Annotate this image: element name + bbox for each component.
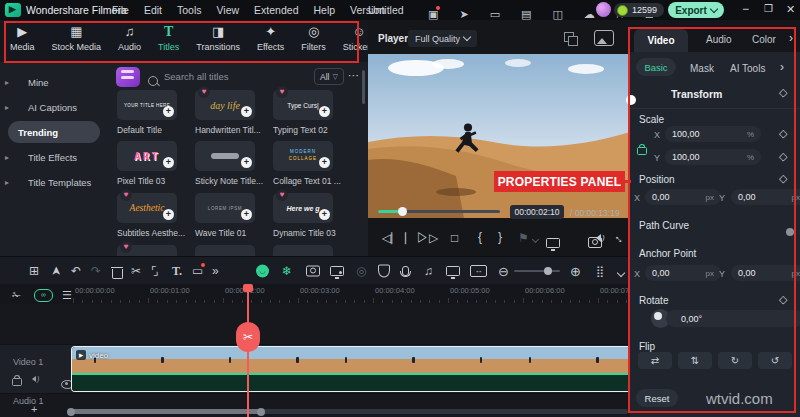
tabs-overflow-icon[interactable]: › [789, 31, 793, 45]
position-x-field[interactable]: 0,00px [645, 189, 721, 205]
track-manager-icon[interactable]: ⣿ [596, 266, 604, 277]
rotate-keyframe-icon[interactable]: ◇ [779, 293, 787, 306]
prev-frame-button[interactable]: ◁⎸ [382, 232, 403, 244]
text-tool-icon[interactable]: T. [172, 264, 182, 279]
volume-button[interactable]: ) [592, 233, 605, 242]
reset-button[interactable]: Reset [636, 389, 678, 407]
tab-audio[interactable]: Audio [706, 34, 732, 45]
tab-video[interactable]: Video [634, 29, 688, 52]
title-card-partial[interactable] [273, 245, 333, 256]
marker-icon[interactable] [378, 265, 390, 278]
playhead-split-handle[interactable]: ✂ [236, 322, 260, 352]
scale-y-field[interactable]: 100,00% [665, 149, 761, 165]
scale-y-keyframe-icon[interactable]: ◇ [779, 150, 787, 163]
track-mute-icon[interactable]: ) [29, 375, 39, 382]
filter-all-button[interactable]: All ▽ [314, 68, 344, 85]
media-tab-stock-media[interactable]: ▦Stock Media [52, 25, 102, 52]
snapshot-tool-icon[interactable] [306, 266, 320, 277]
position-keyframe-icon[interactable]: ◇ [779, 172, 787, 185]
sidebar-item-ai-captions[interactable]: ▸AI Captions [0, 95, 108, 119]
zoom-slider[interactable] [514, 270, 560, 272]
menu-item-view[interactable]: View [217, 4, 240, 16]
avatar-effect-icon[interactable]: ◡ [256, 265, 269, 278]
add-title-button[interactable]: + [319, 106, 330, 117]
menu-item-extended[interactable]: Extended [254, 4, 298, 16]
player-seekbar[interactable] [378, 210, 500, 213]
next-frame-button[interactable]: ⎸▷ [405, 232, 428, 244]
subtab-mask[interactable]: Mask [690, 63, 714, 74]
save-icon[interactable]: ◫ [552, 8, 562, 21]
search-input[interactable]: Search all titles [164, 71, 228, 82]
playhead-head[interactable] [243, 284, 253, 292]
title-card-5[interactable]: + [195, 141, 255, 171]
screen-record-icon[interactable] [330, 266, 344, 276]
ai-effect-icon[interactable]: ❄ [282, 264, 292, 278]
play-button[interactable]: ▷ [429, 232, 438, 244]
send-icon[interactable]: ➤ [459, 8, 468, 21]
coin-balance-badge[interactable]: 12599 [614, 3, 664, 17]
close-button[interactable]: ✕ [786, 3, 795, 16]
title-card-7[interactable]: Aesthetic♥+ [117, 193, 177, 223]
device-preview-icon[interactable] [446, 266, 460, 276]
add-title-button[interactable]: + [319, 209, 330, 220]
track-manager-chevron-icon[interactable] [614, 262, 624, 280]
split-icon[interactable]: ✂ [131, 265, 141, 277]
media-tab-audio[interactable]: ♫Audio [118, 25, 141, 52]
media-tab-titles[interactable]: TTitles [158, 25, 179, 52]
titles-category-icon[interactable] [116, 67, 140, 87]
media-tab-effects[interactable]: ✦Effects [257, 25, 284, 52]
add-title-button[interactable]: + [241, 157, 252, 168]
media-tab-media[interactable]: ▶Media [10, 25, 35, 52]
marker-flag-button[interactable]: ⚑ [518, 232, 538, 244]
subtab-ai-tools[interactable]: AI Tools [730, 63, 765, 74]
tab-color[interactable]: Color [752, 34, 776, 45]
zoom-out-icon[interactable]: ⊖ [498, 265, 509, 278]
fullscreen-button[interactable]: ↔ [612, 230, 629, 247]
card-icon[interactable]: ▭ [490, 8, 500, 21]
preview-quality-icon[interactable] [594, 30, 614, 46]
title-card-9[interactable]: Here we g♥+ [273, 193, 333, 223]
stop-button[interactable]: □ [451, 232, 458, 244]
avatar[interactable] [596, 2, 611, 17]
redo-icon[interactable]: ↷ [91, 265, 101, 277]
render-preview-icon[interactable]: ◎ [356, 265, 366, 277]
zoom-in-icon[interactable]: ⊕ [570, 265, 581, 278]
select-tool-icon[interactable]: ➤ [50, 266, 62, 276]
rotate-field[interactable]: 0,00° [666, 310, 800, 327]
transform-keyframe-icon[interactable]: ◇ [779, 86, 787, 99]
ripple-edit-icon[interactable]: ☰ [62, 290, 72, 301]
title-card-2[interactable]: day life♥+ [195, 90, 255, 120]
menu-item-tools[interactable]: Tools [177, 4, 202, 16]
panel-scrollbar[interactable] [362, 70, 365, 104]
sidebar-item-mine[interactable]: ▸Mine [0, 70, 108, 94]
title-card-8[interactable]: LOREM IPSM+ [195, 193, 255, 223]
media-tab-transitions[interactable]: ◨Transitions [196, 25, 240, 52]
layout-grid-icon[interactable]: ⊞ [29, 265, 39, 277]
crop-icon[interactable]: ⌜⌟ [151, 265, 154, 277]
sidebar-item-title-effects[interactable]: ▸Title Effects [0, 145, 108, 169]
subtabs-overflow-icon[interactable]: › [780, 60, 784, 74]
add-title-button[interactable]: + [241, 106, 252, 117]
restore-button[interactable]: ❐ [764, 3, 773, 14]
voiceover-icon[interactable] [402, 266, 409, 276]
quality-dropdown[interactable]: Full Quality [408, 30, 477, 47]
sidebar-item-trending[interactable]: Trending [0, 120, 108, 144]
scale-x-keyframe-icon[interactable]: ◇ [779, 127, 787, 140]
snap-icon[interactable]: ✁ [12, 290, 21, 301]
add-track-button[interactable]: + [31, 403, 37, 415]
timeline-ruler[interactable]: 00:00:00:0000:00:01:0000:00:02:0000:00:0… [0, 284, 630, 304]
export-button[interactable]: Export [668, 2, 724, 18]
video-clip[interactable]: ▶ video [71, 346, 629, 392]
mask-tool-icon[interactable]: ▭ [192, 265, 203, 277]
mark-in-button[interactable]: { [478, 231, 482, 243]
title-card-6[interactable]: MODERNCOLLAGE+ [273, 141, 333, 171]
title-card-3[interactable]: Type Curs|♥+ [273, 90, 333, 120]
gift-icon[interactable]: ▣ [428, 8, 438, 21]
mirror-display-button[interactable] [546, 238, 560, 248]
audio-mixer-icon[interactable]: ♫ [424, 265, 433, 277]
fit-timeline-icon[interactable]: ↔ [470, 265, 487, 277]
timeline-scrollbar[interactable] [70, 409, 628, 414]
scale-x-field[interactable]: 100,00% [665, 126, 761, 142]
mark-out-button[interactable]: } [498, 231, 502, 243]
minimize-button[interactable]: − [742, 2, 749, 16]
